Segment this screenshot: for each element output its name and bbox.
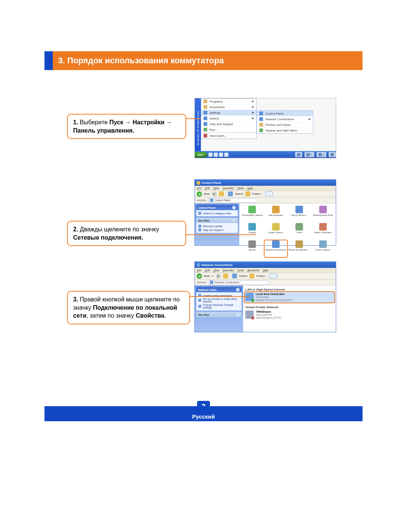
address-bar: Address Control Panel — [195, 197, 336, 203]
cp-item[interactable]: Fonts — [288, 223, 311, 240]
menu-favorites[interactable]: Favorites — [223, 187, 234, 190]
menu-edit[interactable]: Edit — [205, 269, 210, 272]
menu-file[interactable]: File — [197, 269, 201, 272]
cp-item[interactable]: Administrative Tools — [312, 206, 335, 222]
menu-advanced[interactable]: Advanced — [248, 269, 259, 272]
menu-shutdown[interactable]: Shut Down... — [201, 133, 256, 139]
address-field[interactable]: Control Panel — [208, 198, 257, 203]
submenu-cp-label: Control Panel — [265, 112, 283, 115]
address-label: Address — [197, 199, 207, 202]
start-button[interactable]: start — [195, 152, 207, 157]
submenu-net-label: Network Connections — [265, 118, 294, 121]
section-title-band: 3. Порядок использования коммутатора — [44, 51, 363, 70]
folders-icon[interactable] — [249, 274, 254, 278]
lan-connection[interactable]: Local Area Connection Connected Realtek … — [245, 292, 334, 303]
nc-sidebar: Network Tasks Create a new connection Se… — [195, 286, 243, 332]
cp-seealso-head[interactable]: See Also — [196, 218, 238, 223]
cp-item[interactable]: Add Hardware — [265, 206, 288, 222]
task-icon — [297, 153, 300, 156]
menu-edit[interactable]: Edit — [205, 187, 210, 190]
menu-programs[interactable]: Programs▶ — [201, 99, 256, 104]
setup-network-link[interactable]: Set up a home or small office network — [198, 297, 240, 303]
switch-category-link[interactable]: Switch to Category View — [198, 211, 236, 215]
folders-icon[interactable] — [245, 191, 250, 196]
windows-update-link[interactable]: Windows Update — [198, 224, 236, 228]
footer-language: Русский — [44, 413, 363, 420]
vpn-connection[interactable]: TRENDware Disconnected WAN Miniport (PPT… — [245, 310, 334, 320]
up-icon[interactable] — [219, 191, 224, 196]
submenu-network[interactable]: Network Connections▶ — [257, 116, 313, 122]
collapse-icon — [232, 219, 236, 222]
menu-search[interactable]: Search▶ — [201, 116, 256, 121]
cp-item[interactable]: Folder Options — [265, 223, 288, 240]
network-icon — [259, 117, 263, 121]
window-toolbar: ◄Back ► | Search Folders | — [195, 191, 336, 197]
cp-item[interactable]: Mouse — [241, 240, 264, 257]
quicklaunch-icon[interactable] — [219, 153, 223, 157]
menu-run[interactable]: Run... — [201, 127, 256, 133]
menu-view[interactable]: View — [213, 187, 219, 190]
taskbar-task[interactable] — [295, 152, 302, 157]
quicklaunch-icon[interactable] — [224, 153, 228, 157]
menu-tools[interactable]: Tools — [237, 269, 243, 272]
submenu-taskbar[interactable]: Taskbar and Start Menu — [257, 128, 313, 133]
menu-file[interactable]: File — [197, 187, 201, 190]
search-icon[interactable] — [232, 274, 237, 278]
cp-item[interactable]: Phone and Modem ... — [288, 240, 311, 257]
taskbar-task[interactable] — [329, 152, 336, 157]
back-button[interactable]: ◄ — [197, 274, 202, 279]
folder-icon — [204, 99, 207, 103]
menu-help[interactable]: Help and Support — [201, 121, 256, 127]
cp-item-network-connections[interactable]: Network Connections — [265, 240, 288, 257]
nc-seealso-head[interactable]: See Also — [196, 312, 242, 317]
forward-button[interactable]: ► — [216, 274, 221, 279]
search-icon[interactable] — [228, 191, 233, 196]
cp-item-label: Add Hardware — [269, 214, 283, 216]
lan-name: Local Area Connection — [256, 293, 294, 296]
cp-item[interactable]: Power Options — [312, 240, 335, 257]
link-icon — [198, 305, 201, 308]
menu-help[interactable]: Help — [263, 269, 268, 272]
window-icon — [197, 181, 200, 185]
folder-icon — [204, 105, 207, 109]
taskbar-task[interactable]: t. — [317, 152, 326, 157]
window-menubar: File Edit View Favorites Tools Advanced … — [195, 268, 336, 273]
submenu-arrow-icon: ▶ — [309, 118, 311, 121]
menu-settings[interactable]: Settings▶ — [201, 110, 256, 116]
views-button[interactable] — [265, 191, 273, 196]
menu-run-label: Run... — [210, 128, 217, 131]
nc-body: Network Tasks Create a new connection Se… — [195, 286, 336, 332]
up-icon[interactable] — [223, 274, 228, 278]
firewall-link[interactable]: Change Windows Firewall settings — [198, 303, 240, 309]
network-icon — [272, 240, 280, 248]
taskbar-task[interactable]: t. — [304, 152, 314, 157]
menu-favorites[interactable]: Favorites — [223, 269, 234, 272]
cp-item[interactable]: Accessibility Options — [241, 206, 264, 222]
quicklaunch-icon[interactable] — [208, 153, 213, 157]
menu-documents[interactable]: Documents▶ — [201, 104, 256, 110]
nc-tasks-head[interactable]: Network Tasks — [196, 287, 242, 292]
cp-item[interactable]: Add or Remov... — [288, 206, 311, 222]
link-icon — [198, 225, 201, 228]
link-icon — [198, 228, 201, 231]
help-support-link[interactable]: Help and Support — [198, 228, 236, 232]
address-value: Control Panel — [214, 199, 230, 202]
menu-view[interactable]: View — [213, 269, 219, 272]
folderopt-icon — [272, 223, 280, 231]
address-field[interactable]: Network Connections — [208, 280, 269, 285]
connector-3 — [190, 296, 249, 297]
back-button[interactable]: ◄ — [197, 191, 202, 197]
nc-tasks-block: Network Tasks Create a new connection Se… — [196, 287, 242, 310]
forward-button[interactable]: ► — [212, 191, 217, 197]
menu-help[interactable]: Help — [248, 187, 253, 190]
vpn-name: TRENDware — [256, 310, 282, 313]
submenu-control-panel[interactable]: Control Panel — [257, 111, 313, 116]
submenu-printers[interactable]: Printers and Faxes — [257, 122, 313, 128]
cp-item[interactable]: Display — [241, 223, 264, 240]
cp-side-head[interactable]: Control Panel — [196, 205, 238, 210]
views-button[interactable] — [269, 274, 277, 278]
quicklaunch-icon[interactable] — [214, 153, 218, 157]
cp-item[interactable]: Game Controllers — [312, 223, 335, 240]
task-label: t. — [323, 153, 324, 156]
menu-tools[interactable]: Tools — [237, 187, 243, 190]
